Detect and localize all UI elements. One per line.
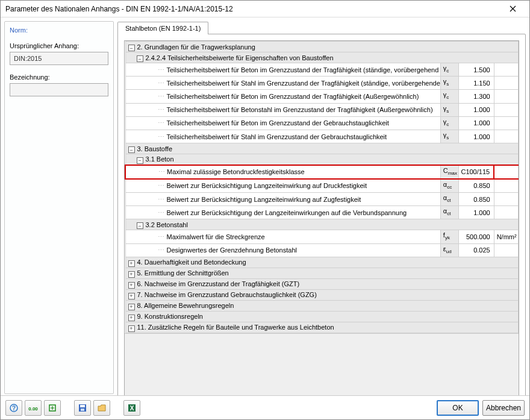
param-value[interactable]: 0.850 [459, 193, 494, 206]
group-label: 7. Nachweise im Grenzzustand Gebrauchsta… [137, 291, 317, 298]
collapse-icon[interactable]: − [137, 157, 143, 164]
tree-group-row[interactable]: +4. Dauerhaftigkeit und Betondeckung [125, 257, 519, 268]
param-symbol: fyk [440, 230, 458, 243]
param-value[interactable]: 1.000 [459, 130, 494, 143]
anhang-input[interactable] [10, 52, 108, 65]
group-label: 3. Baustoffe [137, 145, 173, 152]
tree-group-row[interactable]: +8. Allgemeine Bewehrungsregeln [125, 300, 519, 311]
group-label: 2.4.2.4 Teilsicherheitsbeiwerte für Eige… [146, 54, 334, 61]
excel-button[interactable]: X [123, 400, 140, 416]
param-label: Maximal zulässige Betondruckfestigkeitsk… [167, 168, 305, 175]
svg-rect-5 [80, 405, 85, 407]
tree-branch-icon: ⋯ [156, 132, 167, 142]
side-panel: Norm: Ursprünglicher Anhang: Bezeichnung… [4, 21, 114, 394]
reset-button[interactable] [44, 400, 61, 416]
param-symbol: αct [440, 193, 458, 206]
tree-group-row[interactable]: −3.1 Beton [125, 154, 519, 165]
param-symbol: γs [440, 103, 458, 116]
param-value[interactable]: 1.150 [459, 77, 494, 90]
param-unit [494, 179, 518, 193]
param-label: Beiwert zur Berücksichtigung Langzeitein… [167, 182, 367, 189]
expand-icon[interactable]: + [128, 325, 135, 332]
param-unit [494, 103, 518, 116]
collapse-icon[interactable]: − [128, 146, 135, 153]
expand-icon[interactable]: + [128, 260, 135, 267]
tree-param-row[interactable]: ⋯Beiwert zur Berücksichtigung Langzeitei… [125, 179, 519, 193]
param-symbol: αcc [440, 179, 458, 193]
collapse-icon[interactable]: − [137, 222, 143, 229]
help-button[interactable]: ? [5, 400, 22, 416]
folder-open-icon [97, 403, 107, 413]
param-value[interactable]: 1.000 [459, 103, 494, 116]
collapse-icon[interactable]: − [137, 55, 143, 62]
tree-param-row[interactable]: ⋯Teilsicherheitsbeiwert für Beton im Gre… [125, 90, 519, 103]
tree-param-row[interactable]: ⋯Maximal zulässige Betondruckfestigkeits… [125, 165, 519, 179]
param-value[interactable]: 1.300 [459, 90, 494, 103]
group-label: 2. Grundlagen für die Tragwerksplanung [137, 43, 255, 51]
expand-icon[interactable]: + [128, 304, 135, 310]
tree-branch-icon: ⋯ [156, 105, 167, 114]
open-button[interactable] [93, 400, 110, 416]
tree-group-row[interactable]: +7. Nachweise im Grenzzustand Gebrauchst… [125, 289, 519, 300]
svg-text:X: X [130, 405, 134, 412]
tree-group-row[interactable]: +6. Nachweise im Grenzzustand der Tragfä… [125, 278, 519, 289]
expand-icon[interactable]: + [128, 315, 135, 321]
tab-stahlbeton[interactable]: Stahlbeton (EN 1992-1-1) [117, 22, 208, 34]
param-value[interactable]: 0.025 [459, 243, 494, 257]
param-value[interactable]: 1.000 [459, 206, 494, 219]
tree-param-row[interactable]: ⋯Teilsicherheitsbeiwert für Stahl im Gre… [125, 130, 519, 143]
tree-param-row[interactable]: ⋯Teilsicherheitsbeiwert für Beton im Gre… [125, 63, 519, 77]
param-value[interactable]: 1.000 [459, 116, 494, 130]
param-unit [494, 243, 518, 257]
svg-text:0.00: 0.00 [28, 406, 38, 412]
param-symbol: γs [440, 130, 458, 143]
tab-content: −2. Grundlagen für die Tragwerksplanung−… [117, 34, 526, 395]
param-label: Teilsicherheitsbeiwert für Betonstahl im… [167, 106, 433, 113]
expand-icon[interactable]: + [128, 293, 135, 299]
param-tree[interactable]: −2. Grundlagen für die Tragwerksplanung−… [124, 40, 519, 395]
param-value[interactable]: 0.850 [459, 179, 494, 193]
tree-param-row[interactable]: ⋯Teilsicherheitsbeiwert für Stahl im Gre… [125, 77, 519, 90]
help-icon: ? [9, 403, 19, 413]
ok-button[interactable]: OK [437, 400, 479, 416]
decimal-icon: 0.00 [28, 403, 38, 413]
reset-icon [48, 403, 57, 413]
param-symbol: αct [440, 206, 458, 219]
param-value[interactable]: C100/115 [459, 165, 494, 179]
tree-branch-icon: ⋯ [156, 78, 167, 88]
tab-strip: Stahlbeton (EN 1992-1-1) [117, 21, 526, 34]
close-icon [510, 5, 516, 12]
tree-group-row[interactable]: −2.4.2.4 Teilsicherheitsbeiwerte für Eig… [125, 52, 519, 63]
tree-param-row[interactable]: ⋯Teilsicherheitsbeiwert für Betonstahl i… [125, 103, 519, 116]
param-label: Designwertes der Grenzdehnung Betonstahl [167, 246, 297, 254]
tree-param-row[interactable]: ⋯Teilsicherheitsbeiwert für Beton im Gre… [125, 116, 519, 130]
bezeichnung-input[interactable] [10, 83, 108, 96]
save-button[interactable] [74, 400, 91, 416]
tree-group-row[interactable]: −2. Grundlagen für die Tragwerksplanung [125, 42, 519, 52]
expand-icon[interactable]: + [128, 271, 135, 278]
group-label: 3.1 Beton [146, 155, 174, 163]
param-symbol: γs [440, 77, 458, 90]
tree-group-row[interactable]: −3. Baustoffe [125, 143, 519, 154]
param-unit [494, 63, 518, 77]
excel-icon: X [127, 403, 137, 413]
units-button[interactable]: 0.00 [25, 400, 42, 416]
expand-icon[interactable]: + [128, 282, 135, 289]
tree-group-row[interactable]: −3.2 Betonstahl [125, 219, 519, 230]
tree-param-row[interactable]: ⋯Designwertes der Grenzdehnung Betonstah… [125, 243, 519, 257]
toolbar: ? 0.00 X [5, 400, 140, 416]
collapse-icon[interactable]: − [128, 45, 135, 51]
tree-group-row[interactable]: +9. Konstruktionsregeln [125, 311, 519, 322]
tree-param-row[interactable]: ⋯Maximalwert für die Streckgrenzefyk500.… [125, 230, 519, 243]
param-label: Teilsicherheitsbeiwert für Stahl im Gren… [167, 80, 440, 87]
cancel-button[interactable]: Abbrechen [482, 400, 525, 416]
group-label: 6. Nachweise im Grenzzustand der Tragfäh… [137, 280, 300, 287]
param-value[interactable]: 500.000 [459, 230, 494, 243]
tree-group-row[interactable]: +5. Ermittlung der Schnittgrößen [125, 268, 519, 278]
param-value[interactable]: 1.500 [459, 63, 494, 77]
tree-param-row[interactable]: ⋯Beiwert zur Berücksichtigung Langzeitei… [125, 193, 519, 206]
tree-param-row[interactable]: ⋯Beiwert zur Berücksichtigung der Langze… [125, 206, 519, 219]
close-button[interactable] [500, 2, 525, 16]
tree-group-row[interactable]: +11. Zusätzliche Regeln für Bauteile und… [125, 322, 519, 333]
tree-branch-icon: ⋯ [156, 195, 167, 204]
